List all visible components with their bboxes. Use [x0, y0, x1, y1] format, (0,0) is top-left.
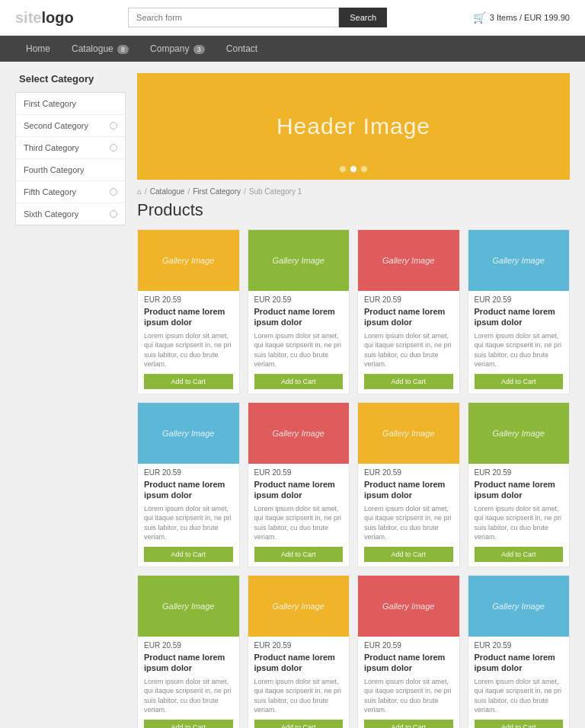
nav-catalogue[interactable]: Catalogue 8 — [61, 36, 139, 62]
product-image: Gallery Image — [138, 230, 239, 291]
gallery-image-label: Gallery Image — [273, 256, 324, 265]
breadcrumb-sep-3: / — [244, 187, 246, 196]
product-info: EUR 20.59 Product name lorem ipsum dolor… — [138, 464, 239, 567]
product-image: Gallery Image — [358, 576, 459, 637]
breadcrumb-home[interactable]: ⌂ — [137, 187, 142, 196]
product-card: Gallery Image EUR 20.59 Product name lor… — [248, 229, 350, 394]
breadcrumb-first-category[interactable]: First Category — [193, 187, 241, 196]
breadcrumb-sep-1: / — [145, 187, 147, 196]
hero-dot-3[interactable] — [361, 166, 367, 172]
product-desc: Lorem ipsum dolor sit amet, qui itaque s… — [144, 504, 233, 542]
company-badge: 3 — [193, 45, 205, 54]
product-price: EUR 20.59 — [254, 295, 344, 304]
product-info: EUR 20.59 Product name lorem ipsum dolor… — [248, 291, 350, 394]
product-price: EUR 20.59 — [254, 641, 344, 650]
hero-banner: Header Image — [137, 73, 570, 180]
product-card: Gallery Image EUR 20.59 Product name lor… — [248, 402, 350, 567]
product-desc: Lorem ipsum dolor sit amet, qui itaque s… — [144, 677, 233, 715]
product-price: EUR 20.59 — [254, 468, 344, 477]
hero-dot-2[interactable] — [350, 166, 356, 172]
sidebar-item-fourth[interactable]: Fourth Category — [16, 159, 125, 181]
sidebar-dot-sixth — [110, 210, 117, 218]
hero-title: Header Image — [277, 113, 430, 139]
search-bar: Search — [128, 8, 387, 27]
product-card: Gallery Image EUR 20.59 Product name lor… — [468, 229, 571, 394]
sidebar: Select Category First Category Second Ca… — [15, 73, 126, 728]
add-to-cart-button[interactable]: Add to Cart — [475, 547, 564, 562]
hero-dots — [340, 166, 367, 172]
cart-text: 3 Items / EUR 199.90 — [490, 13, 570, 22]
sidebar-dot-third — [110, 144, 117, 152]
product-name: Product name lorem ipsum dolor — [254, 652, 344, 674]
add-to-cart-button[interactable]: Add to Cart — [144, 374, 233, 389]
search-button[interactable]: Search — [339, 8, 387, 27]
sidebar-item-first[interactable]: First Category — [16, 93, 125, 115]
sidebar-label-first: First Category — [24, 99, 76, 108]
cart-info: 🛒 3 Items / EUR 199.90 — [473, 11, 570, 24]
breadcrumb-sep-2: / — [187, 187, 190, 196]
product-image: Gallery Image — [248, 230, 350, 291]
logo-text: site — [15, 9, 41, 26]
product-info: EUR 20.59 Product name lorem ipsum dolor… — [358, 291, 459, 394]
hero-dot-1[interactable] — [340, 166, 346, 172]
product-name: Product name lorem ipsum dolor — [364, 652, 453, 674]
product-card: Gallery Image EUR 20.59 Product name lor… — [357, 229, 460, 394]
product-image: Gallery Image — [468, 576, 570, 637]
add-to-cart-button[interactable]: Add to Cart — [364, 374, 453, 389]
product-image: Gallery Image — [358, 403, 459, 464]
add-to-cart-button[interactable]: Add to Cart — [144, 547, 233, 562]
product-card: Gallery Image EUR 20.59 Product name lor… — [468, 575, 571, 728]
product-info: EUR 20.59 Product name lorem ipsum dolor… — [468, 291, 570, 394]
sidebar-items: First Category Second Category Third Cat… — [15, 92, 126, 225]
add-to-cart-button[interactable]: Add to Cart — [254, 720, 344, 728]
sidebar-label-second: Second Category — [24, 121, 88, 130]
product-card: Gallery Image EUR 20.59 Product name lor… — [357, 402, 460, 567]
add-to-cart-button[interactable]: Add to Cart — [254, 374, 344, 389]
product-image: Gallery Image — [358, 230, 459, 291]
product-card: Gallery Image EUR 20.59 Product name lor… — [137, 575, 240, 728]
sidebar-dot-fifth — [110, 188, 117, 196]
product-price: EUR 20.59 — [364, 295, 453, 304]
product-card: Gallery Image EUR 20.59 Product name lor… — [248, 575, 350, 728]
nav-contact[interactable]: Contact — [216, 36, 268, 62]
breadcrumb: ⌂ / Catalogue / First Category / Sub Cat… — [137, 187, 570, 196]
sidebar-item-fifth[interactable]: Fifth Category — [16, 181, 125, 203]
add-to-cart-button[interactable]: Add to Cart — [475, 720, 564, 728]
nav-bar: Home Catalogue 8 Company 3 Contact — [0, 36, 585, 62]
nav-home[interactable]: Home — [15, 36, 61, 62]
breadcrumb-current: Sub Category 1 — [249, 187, 302, 196]
product-price: EUR 20.59 — [144, 295, 233, 304]
gallery-image-label: Gallery Image — [382, 256, 434, 265]
product-price: EUR 20.59 — [475, 641, 564, 650]
product-desc: Lorem ipsum dolor sit amet, qui itaque s… — [144, 331, 233, 369]
product-info: EUR 20.59 Product name lorem ipsum dolor… — [138, 637, 239, 728]
gallery-image-label: Gallery Image — [493, 429, 545, 438]
product-desc: Lorem ipsum dolor sit amet, qui itaque s… — [254, 677, 344, 715]
add-to-cart-button[interactable]: Add to Cart — [364, 720, 453, 728]
product-price: EUR 20.59 — [475, 295, 564, 304]
sidebar-item-third[interactable]: Third Category — [16, 137, 125, 159]
nav-company[interactable]: Company 3 — [139, 36, 216, 62]
product-name: Product name lorem ipsum dolor — [144, 479, 233, 501]
sidebar-label-fourth: Fourth Category — [24, 165, 84, 174]
product-name: Product name lorem ipsum dolor — [364, 479, 453, 501]
sidebar-item-second[interactable]: Second Category — [16, 115, 125, 137]
product-desc: Lorem ipsum dolor sit amet, qui itaque s… — [364, 677, 453, 715]
product-desc: Lorem ipsum dolor sit amet, qui itaque s… — [475, 677, 564, 715]
product-image: Gallery Image — [248, 576, 350, 637]
add-to-cart-button[interactable]: Add to Cart — [364, 547, 453, 562]
product-desc: Lorem ipsum dolor sit amet, qui itaque s… — [475, 504, 564, 542]
gallery-image-label: Gallery Image — [382, 602, 434, 611]
sidebar-item-sixth[interactable]: Sixth Category — [16, 203, 125, 225]
add-to-cart-button[interactable]: Add to Cart — [144, 720, 233, 728]
search-input[interactable] — [128, 8, 339, 27]
breadcrumb-catalogue[interactable]: Catalogue — [150, 187, 185, 196]
product-name: Product name lorem ipsum dolor — [144, 306, 233, 328]
add-to-cart-button[interactable]: Add to Cart — [254, 547, 344, 562]
product-info: EUR 20.59 Product name lorem ipsum dolor… — [248, 464, 350, 567]
product-name: Product name lorem ipsum dolor — [254, 479, 344, 501]
products-title: Products — [137, 200, 570, 220]
gallery-image-label: Gallery Image — [273, 429, 324, 438]
add-to-cart-button[interactable]: Add to Cart — [475, 374, 564, 389]
product-desc: Lorem ipsum dolor sit amet, qui itaque s… — [364, 504, 453, 542]
